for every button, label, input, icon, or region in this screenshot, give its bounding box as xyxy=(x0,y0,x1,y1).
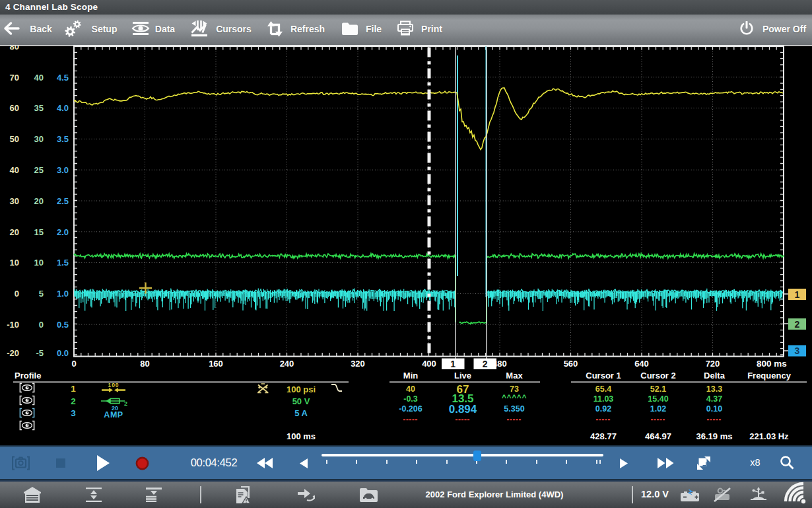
svg-text:2: 2 xyxy=(124,400,127,407)
svg-text:20: 20 xyxy=(10,227,19,237)
svg-text:70: 70 xyxy=(10,73,19,83)
svg-text:Cursor 2: Cursor 2 xyxy=(640,371,675,381)
svg-text:0.0: 0.0 xyxy=(57,348,69,358)
svg-text:720: 720 xyxy=(706,359,720,369)
svg-text:0.5: 0.5 xyxy=(57,320,69,330)
svg-text:1.0: 1.0 xyxy=(57,289,69,299)
svg-text:-5: -5 xyxy=(36,348,44,358)
svg-text:20: 20 xyxy=(34,196,44,206)
svg-text:40: 40 xyxy=(10,165,19,175)
svg-text:Max: Max xyxy=(506,371,523,381)
svg-text:30: 30 xyxy=(34,134,44,144)
svg-text:1: 1 xyxy=(450,359,456,369)
svg-text:73: 73 xyxy=(510,384,519,394)
svg-text:-20: -20 xyxy=(7,348,19,358)
svg-text:60: 60 xyxy=(10,103,19,113)
svg-text:^^^^^: ^^^^^ xyxy=(502,393,527,402)
svg-text:AMP: AMP xyxy=(104,410,123,419)
svg-text:400: 400 xyxy=(422,359,436,369)
svg-text:30: 30 xyxy=(10,196,19,206)
svg-text:15: 15 xyxy=(34,227,44,237)
svg-text:1.5: 1.5 xyxy=(57,258,69,268)
svg-text:428.77: 428.77 xyxy=(590,431,617,441)
svg-text:0: 0 xyxy=(39,320,44,330)
svg-text:2: 2 xyxy=(795,319,800,330)
svg-text:464.97: 464.97 xyxy=(645,431,671,441)
svg-text:0.92: 0.92 xyxy=(595,404,611,414)
svg-text:160: 160 xyxy=(209,359,223,369)
svg-text:4.0: 4.0 xyxy=(57,103,69,113)
svg-text:10: 10 xyxy=(34,258,44,268)
svg-text:40: 40 xyxy=(34,73,44,83)
svg-text:100: 100 xyxy=(108,382,119,388)
svg-text:1.02: 1.02 xyxy=(650,404,666,414)
svg-text:5 A: 5 A xyxy=(294,408,308,418)
svg-text:2.0: 2.0 xyxy=(57,227,69,237)
svg-text:Live: Live xyxy=(454,371,471,381)
svg-text:Min: Min xyxy=(403,371,418,381)
svg-text:4.37: 4.37 xyxy=(706,394,722,404)
svg-text:3.0: 3.0 xyxy=(57,165,69,175)
svg-text:5: 5 xyxy=(39,289,44,299)
svg-text:25: 25 xyxy=(34,165,44,175)
svg-text:0.10: 0.10 xyxy=(706,404,722,414)
svg-text:320: 320 xyxy=(351,359,365,369)
svg-text:1: 1 xyxy=(71,384,76,394)
svg-text:3: 3 xyxy=(795,345,800,356)
svg-text:80: 80 xyxy=(140,359,149,369)
svg-text:Delta: Delta xyxy=(704,371,726,381)
svg-text:11.03: 11.03 xyxy=(593,394,614,404)
svg-text:640: 640 xyxy=(634,359,649,369)
svg-text:2: 2 xyxy=(483,359,488,369)
svg-text:800 ms: 800 ms xyxy=(757,359,787,369)
svg-text:50 V: 50 V xyxy=(292,396,310,406)
svg-text:Cursor 1: Cursor 1 xyxy=(586,371,621,381)
svg-text:15.40: 15.40 xyxy=(648,394,668,404)
svg-text:0.894: 0.894 xyxy=(449,403,477,416)
svg-text:10: 10 xyxy=(10,258,19,268)
svg-text:0: 0 xyxy=(71,359,76,369)
svg-text:40: 40 xyxy=(406,384,415,394)
svg-text:35: 35 xyxy=(34,103,44,113)
svg-text:-10: -10 xyxy=(7,320,19,330)
svg-text:13.3: 13.3 xyxy=(706,384,722,394)
svg-text:Profile: Profile xyxy=(15,371,41,381)
svg-text:2.5: 2.5 xyxy=(57,196,69,206)
svg-text:3.5: 3.5 xyxy=(57,134,69,144)
svg-text:240: 240 xyxy=(280,359,294,369)
svg-text:5.350: 5.350 xyxy=(504,404,524,414)
svg-text:2: 2 xyxy=(71,396,76,406)
svg-text:100 psi: 100 psi xyxy=(287,384,316,394)
svg-text:65.4: 65.4 xyxy=(595,384,611,394)
svg-text:1: 1 xyxy=(795,289,800,300)
svg-text:Frequency: Frequency xyxy=(747,371,792,381)
svg-text:100 ms: 100 ms xyxy=(287,431,316,441)
svg-text:-0.206: -0.206 xyxy=(399,404,422,414)
svg-text:50: 50 xyxy=(10,134,19,144)
svg-text:221.03 Hz: 221.03 Hz xyxy=(749,431,789,441)
svg-text:4.5: 4.5 xyxy=(57,73,69,83)
svg-text:0: 0 xyxy=(15,289,19,299)
svg-text:36.19 ms: 36.19 ms xyxy=(696,431,733,441)
svg-text:-0.3: -0.3 xyxy=(403,394,418,404)
svg-text:52.1: 52.1 xyxy=(650,384,666,394)
svg-text:3: 3 xyxy=(71,408,76,418)
svg-text:560: 560 xyxy=(564,359,578,369)
